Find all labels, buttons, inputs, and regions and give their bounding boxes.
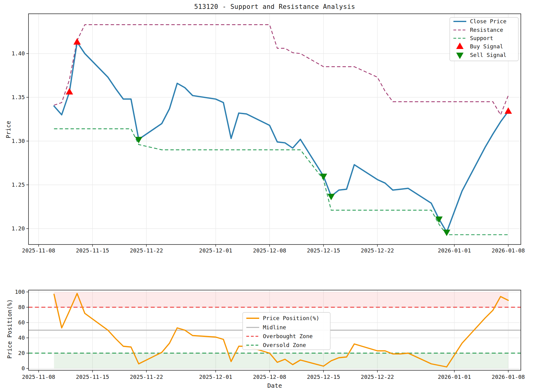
- legend-label: Close Price: [470, 18, 506, 24]
- price-xtick-label: 2025-12-01: [199, 247, 232, 254]
- price-ytick-label: 1.40: [12, 50, 25, 57]
- overbought-zone: [54, 292, 508, 307]
- position-xtick-label: 2026-01-08: [492, 374, 525, 380]
- legend-label: Buy Signal: [470, 43, 503, 50]
- price-xtick-label: 2025-12-08: [253, 247, 286, 254]
- chart-canvas: 2025-11-082025-11-082025-11-152025-11-15…: [0, 0, 534, 392]
- position-xtick-label: 2025-12-15: [307, 374, 340, 380]
- legend-label: Resistance: [470, 27, 503, 33]
- price-plot-frame: [28, 14, 521, 245]
- price-ytick-label: 1.35: [12, 94, 25, 100]
- price-xtick-label: 2025-12-22: [361, 247, 394, 254]
- legend-label: Oversold Zone: [263, 342, 306, 348]
- position-xtick-label: 2025-12-08: [253, 374, 286, 380]
- price-xtick-label: 2025-11-15: [76, 247, 109, 254]
- price-xtick-label: 2025-12-15: [307, 247, 340, 254]
- buy-signal-marker: [66, 88, 73, 95]
- buy-signal-marker: [74, 38, 81, 45]
- price-xtick-label: 2026-01-01: [438, 247, 471, 254]
- legend-label: Price Position(%): [263, 315, 319, 321]
- position-ytick-label: 0: [21, 365, 25, 371]
- legend-label: Midline: [263, 324, 286, 330]
- sell-signal-marker: [320, 174, 327, 180]
- price-xtick-label: 2025-11-08: [22, 247, 55, 254]
- position-ytick-label: 80: [18, 304, 25, 310]
- legend-label: Overbought Zone: [263, 333, 313, 339]
- position-xtick-label: 2025-11-08: [22, 374, 55, 380]
- price-ytick-label: 1.30: [12, 138, 25, 144]
- legend-label: Support: [470, 35, 493, 41]
- position-xtick-label: 2026-01-01: [438, 374, 471, 380]
- resistance-line: [54, 25, 508, 115]
- position-xtick-label: 2025-11-15: [76, 374, 109, 380]
- price-ytick-label: 1.25: [12, 181, 25, 188]
- price-xtick-label: 2025-11-22: [130, 247, 163, 254]
- legend-label: Sell Signal: [470, 52, 506, 58]
- buy-signal-marker: [505, 107, 512, 114]
- close-price-line: [54, 42, 508, 232]
- chart-page: 513120 - Support and Resistance Analysis…: [0, 0, 534, 392]
- position-ytick-label: 20: [18, 350, 25, 356]
- position-xtick-label: 2025-12-22: [361, 374, 394, 380]
- position-xtick-label: 2025-12-01: [199, 374, 232, 380]
- position-ytick-label: 60: [18, 319, 25, 326]
- position-ytick-label: 40: [18, 334, 25, 341]
- position-xtick-label: 2025-11-22: [130, 374, 163, 380]
- price-ytick-label: 1.20: [12, 225, 25, 232]
- position-ytick-label: 100: [15, 289, 25, 295]
- price-xtick-label: 2026-01-08: [492, 247, 525, 254]
